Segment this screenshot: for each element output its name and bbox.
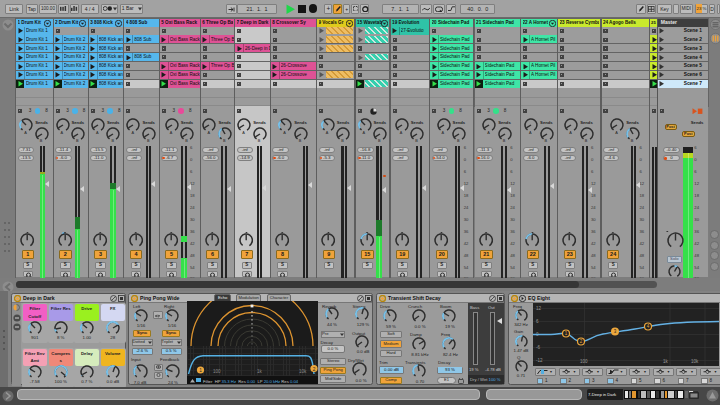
svg-text:1: 1 [199,368,202,373]
svg-text:1k: 1k [663,359,669,364]
svg-text:100: 100 [213,369,221,374]
svg-text:10k: 10k [691,359,699,364]
svg-text:2: 2 [313,367,316,372]
svg-text:10k: 10k [299,369,307,374]
svg-text:-12: -12 [536,358,543,363]
svg-text:-6: -6 [536,345,540,350]
svg-text:1k: 1k [257,369,263,374]
svg-text:100: 100 [580,359,588,364]
svg-text:12: 12 [536,306,542,311]
